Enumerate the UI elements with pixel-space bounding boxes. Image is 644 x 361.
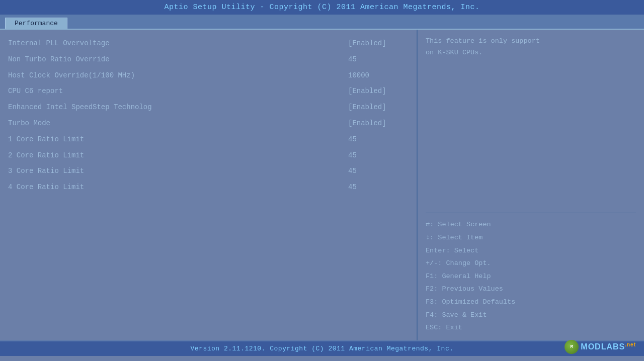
help-text: This feature is only supporton K-SKU CPU… [426, 36, 636, 208]
bottom-bar: Version 2.11.1210. Copyright (C) 2011 Am… [0, 340, 644, 356]
key-select-screen: ⇄: Select Screen [426, 218, 636, 231]
key-enter: Enter: Select [426, 244, 636, 257]
tab-performance[interactable]: Performance [5, 18, 67, 29]
header-title: Aptio Setup Utility - Copyright (C) 2011… [164, 3, 479, 12]
key-help: ⇄: Select Screen ↕: Select Item Enter: S… [426, 218, 636, 334]
top-header: Aptio Setup Utility - Copyright (C) 2011… [0, 0, 644, 16]
menu-item-3core-ratio[interactable]: 3 Core Ratio Limit 45 [8, 163, 409, 179]
menu-item-non-turbo[interactable]: Non Turbo Ratio Override 45 [8, 52, 409, 68]
key-f4: F4: Save & Exit [426, 309, 636, 322]
tab-bar: Performance [0, 16, 644, 30]
menu-item-1core-ratio[interactable]: 1 Core Ratio Limit 45 [8, 132, 409, 148]
logo-suffix: .net [625, 342, 636, 347]
key-esc: ESC: Exit [426, 321, 636, 334]
right-panel: This feature is only supporton K-SKU CPU… [418, 30, 644, 340]
logo-brand: MODLABS.net [581, 342, 636, 351]
menu-item-internal-pll[interactable]: Internal PLL Overvoltage [Enabled] [8, 36, 409, 52]
modlabs-logo: M MODLABS.net [565, 340, 636, 354]
key-f1: F1: General Help [426, 270, 636, 283]
divider [426, 213, 636, 213]
main-content: Internal PLL Overvoltage [Enabled] Non T… [0, 30, 644, 340]
menu-item-4core-ratio[interactable]: 4 Core Ratio Limit 45 [8, 179, 409, 196]
key-select-item: ↕: Select Item [426, 231, 636, 244]
menu-item-2core-ratio[interactable]: 2 Core Ratio Limit 45 [8, 148, 409, 164]
key-change-opt: +/-: Change Opt. [426, 257, 636, 270]
left-panel: Internal PLL Overvoltage [Enabled] Non T… [0, 30, 418, 340]
menu-item-host-clock[interactable]: Host Clock Override(1/100 MHz) 10000 [8, 68, 409, 84]
menu-item-cpu-c6[interactable]: CPU C6 report [Enabled] [8, 83, 409, 100]
footer-text: Version 2.11.1210. Copyright (C) 2011 Am… [191, 345, 454, 352]
key-f3: F3: Optimized Defaults [426, 296, 636, 309]
key-f2: F2: Previous Values [426, 283, 636, 296]
logo-icon: M [565, 340, 579, 354]
menu-item-turbo-mode[interactable]: Turbo Mode [Enabled] [8, 116, 409, 132]
menu-item-enhanced-speedstep[interactable]: Enhanced Intel SpeedStep Technolog [Enab… [8, 100, 409, 116]
